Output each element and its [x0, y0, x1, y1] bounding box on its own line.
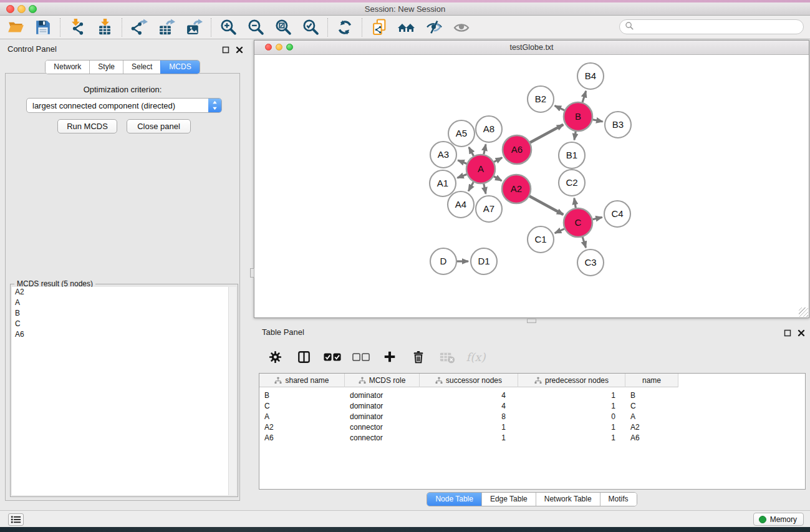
- result-list-item[interactable]: B: [12, 308, 236, 319]
- graph-edge-A-A3[interactable]: [458, 160, 466, 163]
- tab-edge-table[interactable]: Edge Table: [481, 493, 536, 506]
- save-session-icon[interactable]: [34, 19, 52, 36]
- new-network-from-selection-icon[interactable]: [370, 19, 388, 36]
- graph-node-D1[interactable]: D1: [471, 248, 497, 274]
- splitter-grip-left[interactable]: [250, 268, 254, 278]
- zoom-out-icon[interactable]: [247, 19, 264, 36]
- tab-style[interactable]: Style: [89, 60, 123, 74]
- cell-shared_name[interactable]: A6: [259, 433, 345, 443]
- window-titlebar[interactable]: Session: New Session: [0, 2, 810, 16]
- float-table-panel-icon[interactable]: [783, 329, 791, 337]
- cell-predecessor_nodes[interactable]: 1: [518, 390, 625, 400]
- graph-node-C4[interactable]: C4: [604, 201, 630, 227]
- select-all-icon[interactable]: [324, 348, 341, 365]
- graph-node-D[interactable]: D: [430, 248, 456, 274]
- network-view-window[interactable]: testGlobe.txt B4B2BB3A5A8A6B1A3AA1C2A2A4…: [254, 40, 809, 318]
- graph-edge-B-B4[interactable]: [582, 91, 586, 102]
- graph-edge-A6-B[interactable]: [530, 125, 563, 143]
- result-list-scrollbar[interactable]: [228, 287, 236, 495]
- graph-node-C3[interactable]: C3: [577, 249, 604, 276]
- graph-edge-B-B2[interactable]: [555, 106, 565, 110]
- network-window-titlebar[interactable]: testGlobe.txt: [254, 41, 809, 55]
- graph-edge-A-A5[interactable]: [469, 147, 474, 156]
- graph-node-A6[interactable]: A6: [503, 135, 531, 164]
- export-network-icon[interactable]: [130, 19, 148, 36]
- network-canvas[interactable]: B4B2BB3A5A8A6B1A3AA1C2A2A4A7C4CC1C3DD1: [254, 55, 809, 317]
- cell-shared_name[interactable]: A: [259, 412, 345, 422]
- graph-edge-C-C3[interactable]: [582, 237, 586, 248]
- eye-hidden-icon[interactable]: [425, 19, 443, 36]
- close-panel-button[interactable]: Close panel: [127, 119, 191, 133]
- close-table-panel-icon[interactable]: [797, 329, 805, 337]
- cell-successor_nodes[interactable]: 8: [420, 412, 518, 422]
- cell-shared_name[interactable]: C: [259, 401, 345, 411]
- import-table-icon[interactable]: [96, 19, 113, 36]
- column-header-shared_name[interactable]: shared name: [259, 374, 345, 387]
- graph-node-B[interactable]: B: [564, 102, 592, 131]
- column-header-successor_nodes[interactable]: successor nodes: [420, 374, 518, 387]
- column-header-mcds_role[interactable]: MCDS role: [345, 374, 420, 387]
- tab-mcds[interactable]: MCDS: [160, 60, 199, 74]
- cell-predecessor_nodes[interactable]: 0: [518, 412, 625, 422]
- cell-mcds_role[interactable]: connector: [345, 433, 420, 443]
- result-list-item[interactable]: A: [12, 297, 236, 308]
- eye-icon[interactable]: [453, 19, 470, 36]
- tab-motifs[interactable]: Motifs: [600, 493, 637, 506]
- graph-edge-C-C1[interactable]: [555, 229, 564, 233]
- graph-edge-A-A8[interactable]: [484, 144, 486, 154]
- export-image-icon[interactable]: [185, 19, 203, 36]
- splitter-grip-bottom[interactable]: [527, 319, 536, 323]
- table-row[interactable]: Bdominator41B: [259, 390, 805, 400]
- search-input[interactable]: [637, 22, 793, 31]
- deselect-all-icon[interactable]: [352, 348, 370, 365]
- graph-node-A5[interactable]: A5: [448, 120, 475, 147]
- tab-network[interactable]: Network: [46, 60, 89, 74]
- cell-name[interactable]: A: [625, 412, 678, 422]
- graph-node-A7[interactable]: A7: [476, 196, 502, 222]
- graph-edge-A-A6[interactable]: [494, 158, 502, 162]
- graph-edge-A-A2[interactable]: [494, 177, 502, 181]
- graph-node-C2[interactable]: C2: [559, 170, 585, 196]
- graph-node-A1[interactable]: A1: [430, 170, 456, 196]
- float-panel-icon[interactable]: [221, 46, 229, 54]
- graph-node-A3[interactable]: A3: [430, 142, 456, 168]
- graph-edge-A2-C[interactable]: [529, 196, 563, 215]
- graph-edge-A-A4[interactable]: [468, 182, 473, 191]
- cell-successor_nodes[interactable]: 4: [420, 390, 518, 400]
- cell-name[interactable]: B: [625, 390, 678, 400]
- graph-node-C[interactable]: C: [564, 208, 592, 237]
- result-list-item[interactable]: C: [12, 319, 236, 329]
- graph-edge-C-C4[interactable]: [592, 217, 602, 219]
- graph-edge-B-B3[interactable]: [593, 120, 603, 122]
- column-header-predecessor_nodes[interactable]: predecessor nodes: [518, 374, 625, 387]
- zoom-fit-icon[interactable]: [274, 19, 292, 36]
- graph-node-A2[interactable]: A2: [502, 175, 531, 203]
- graph-node-B2[interactable]: B2: [528, 86, 554, 112]
- graph-node-C1[interactable]: C1: [528, 226, 554, 253]
- add-column-icon[interactable]: [381, 348, 398, 365]
- cell-predecessor_nodes[interactable]: 1: [518, 422, 625, 432]
- graph-node-B1[interactable]: B1: [559, 142, 585, 168]
- graph-edge-A-A1[interactable]: [457, 174, 466, 178]
- table-row[interactable]: A2connector11A2: [259, 422, 805, 432]
- table-row[interactable]: A6connector11A6: [259, 433, 805, 443]
- open-session-icon[interactable]: [7, 19, 24, 36]
- cell-mcds_role[interactable]: connector: [345, 422, 420, 432]
- run-mcds-button[interactable]: Run MCDS: [57, 119, 117, 133]
- export-table-icon[interactable]: [158, 19, 175, 36]
- cell-name[interactable]: A2: [625, 422, 678, 432]
- cell-successor_nodes[interactable]: 4: [420, 401, 518, 411]
- table-settings-icon[interactable]: [266, 348, 284, 365]
- split-table-icon[interactable]: [295, 348, 312, 365]
- cell-predecessor_nodes[interactable]: 1: [518, 433, 625, 443]
- refresh-icon[interactable]: [336, 19, 354, 36]
- node-table[interactable]: shared nameMCDS rolesuccessor nodesprede…: [259, 373, 806, 490]
- column-header-name[interactable]: name: [625, 374, 678, 387]
- cell-name[interactable]: A6: [625, 433, 678, 443]
- cell-successor_nodes[interactable]: 1: [420, 422, 518, 432]
- graph-edge-B-B1[interactable]: [574, 132, 576, 140]
- table-row[interactable]: Cdominator41C: [259, 401, 805, 411]
- tab-select[interactable]: Select: [123, 60, 160, 74]
- zoom-fit-selected-icon[interactable]: [302, 19, 319, 36]
- cell-mcds_role[interactable]: dominator: [345, 390, 420, 400]
